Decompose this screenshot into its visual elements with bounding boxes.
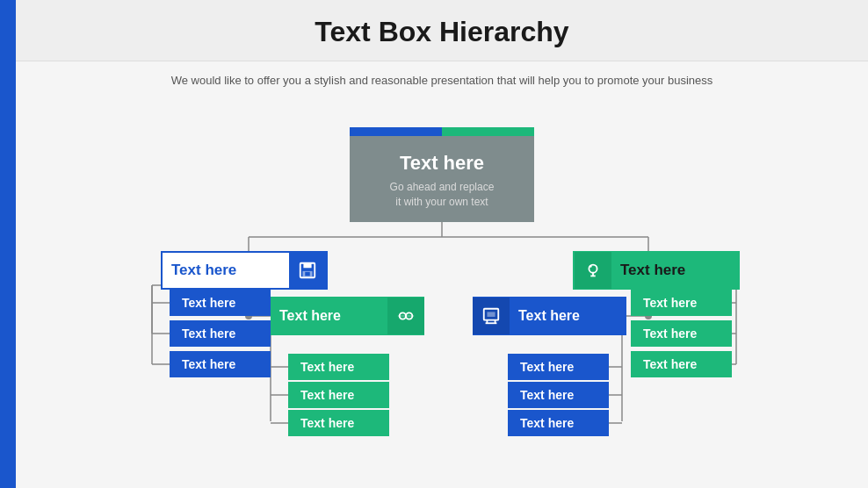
page-title: Text Box Hierarchy xyxy=(16,16,868,48)
l1-right-icon xyxy=(575,252,611,289)
root-title: Text here xyxy=(362,152,522,175)
l2-right-node: Text here xyxy=(473,297,626,335)
leaf-far-right-3: Text here xyxy=(631,351,732,377)
leaf-far-right-2: Text here xyxy=(631,320,732,347)
root-bar-blue xyxy=(350,127,442,136)
leaf-mid-left-3: Text here xyxy=(288,410,389,436)
leaf-mid-right-1: Text here xyxy=(508,354,609,380)
diagram-area: Text here Go ahead and replaceit with yo… xyxy=(16,97,868,488)
leaf-mid-right-3: Text here xyxy=(508,410,609,436)
subtitle: We would like to offer you a stylish and… xyxy=(16,74,868,87)
l1-left-icon xyxy=(289,252,326,289)
root-top-bar xyxy=(350,127,534,136)
l2-right-icon xyxy=(473,298,510,334)
root-bar-green xyxy=(442,127,534,136)
leaf-far-left-3: Text here xyxy=(170,351,271,377)
l1-right-node: Text here xyxy=(573,251,740,290)
l1-left-label: Text here xyxy=(163,262,289,279)
l1-right-label: Text here xyxy=(611,262,738,279)
root-subtitle: Go ahead and replaceit with your own tex… xyxy=(362,180,522,210)
l2-left-node: Text here xyxy=(271,297,424,335)
svg-rect-34 xyxy=(303,263,311,269)
leaf-far-left-2: Text here xyxy=(170,320,271,347)
header: Text Box Hierarchy xyxy=(16,0,868,61)
l2-left-icon xyxy=(387,298,424,334)
l2-right-label: Text here xyxy=(510,308,626,324)
leaf-mid-right-2: Text here xyxy=(508,382,609,408)
svg-rect-36 xyxy=(305,272,310,276)
left-accent-bar xyxy=(0,0,16,488)
leaf-far-right-1: Text here xyxy=(631,290,732,316)
leaf-mid-left-1: Text here xyxy=(288,354,389,380)
leaf-mid-left-2: Text here xyxy=(288,382,389,408)
root-inner: Text here Go ahead and replaceit with yo… xyxy=(350,136,534,222)
l2-left-label: Text here xyxy=(271,308,387,324)
svg-point-40 xyxy=(590,265,592,268)
l1-left-node: Text here xyxy=(161,251,328,290)
svg-rect-48 xyxy=(487,312,495,317)
root-node: Text here Go ahead and replaceit with yo… xyxy=(350,127,534,222)
leaf-far-left-1: Text here xyxy=(170,290,271,316)
